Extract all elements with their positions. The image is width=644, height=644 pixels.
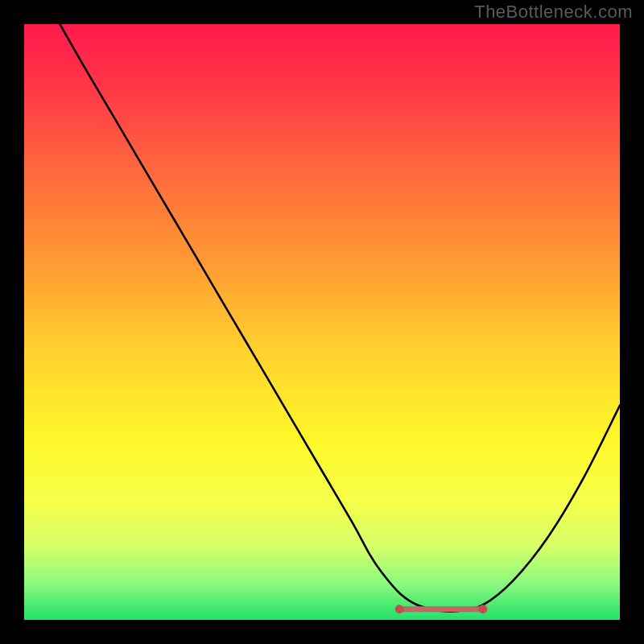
- watermark-text: TheBottleneck.com: [474, 2, 633, 23]
- plot-area: [24, 24, 620, 620]
- chart-frame: TheBottleneck.com: [0, 0, 644, 644]
- optimal-flat-dot-left: [395, 605, 404, 613]
- gradient-background: [24, 24, 620, 620]
- bottleneck-chart: [24, 24, 620, 620]
- optimal-flat-dot-right: [478, 605, 487, 613]
